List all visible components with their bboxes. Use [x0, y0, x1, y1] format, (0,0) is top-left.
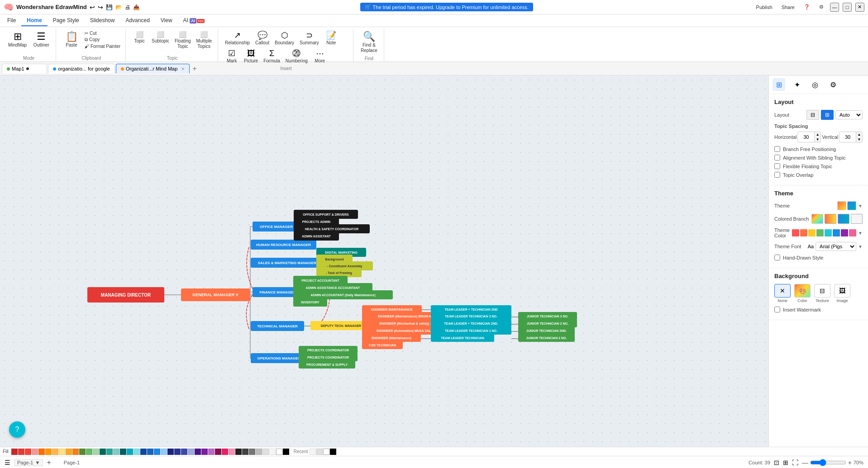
fullscreen-btn[interactable]: ⛶ — [792, 459, 798, 466]
palette-swatch[interactable] — [215, 449, 221, 455]
palette-swatch[interactable] — [59, 449, 65, 455]
palette-swatch[interactable] — [154, 449, 160, 455]
palette-swatch[interactable] — [201, 449, 208, 455]
branch-swatch-2[interactable] — [825, 214, 836, 224]
palette-swatch[interactable] — [276, 449, 282, 455]
tab-map1[interactable]: Map1 — [2, 64, 47, 73]
multiple-topics-btn[interactable]: ⬜ MultipleTopics — [194, 30, 214, 51]
node-office-mgr[interactable]: OFFICE MANAGER — [253, 222, 300, 232]
node-hr-mgr[interactable]: HUMAN RESOURCE MANAGER — [251, 240, 316, 250]
palette-swatch[interactable] — [174, 449, 181, 455]
node-team-tech[interactable]: TEAM LEADER TECHNICIAN — [431, 334, 494, 342]
palette-swatch[interactable] — [242, 449, 248, 455]
publish-btn[interactable]: Publish — [754, 4, 775, 11]
v-up-btn[interactable]: ▲ — [856, 132, 862, 137]
vertical-spinner[interactable]: ▲ ▼ — [839, 132, 863, 142]
boundary-btn[interactable]: ⬡ Boundary — [272, 30, 296, 47]
palette-swatch[interactable] — [38, 449, 45, 455]
zoom-out-btn[interactable]: — — [802, 459, 808, 466]
branch-swatch-3[interactable] — [838, 214, 849, 224]
node-admin-asst[interactable]: ADMIN ASSISTANT — [294, 232, 339, 241]
node-sales-mgr[interactable]: SALES & MARKETING MANAGER V — [251, 258, 327, 268]
tab-home[interactable]: Home — [21, 15, 47, 26]
palette-swatch[interactable] — [79, 449, 86, 455]
bg-texture[interactable]: ⊟ Texture — [814, 284, 830, 303]
paste-btn[interactable]: 📋 Paste — [61, 30, 82, 50]
palette-swatch[interactable] — [222, 449, 228, 455]
swatch-yellow[interactable] — [808, 229, 816, 236]
hand-drawn-checkbox[interactable] — [774, 255, 780, 260]
help-btn[interactable]: ❓ — [801, 3, 813, 11]
palette-swatch[interactable] — [120, 449, 126, 455]
node-junior-2c[interactable]: JUNIOR TECHNCIAN 2 NO. — [518, 334, 575, 342]
quick-save-btn[interactable]: 💾 — [106, 4, 113, 10]
swatch-cyan[interactable] — [825, 229, 832, 236]
palette-swatch[interactable] — [283, 449, 289, 455]
palette-swatch[interactable] — [140, 449, 147, 455]
layout-btn-grid[interactable]: ⊟ — [806, 110, 819, 120]
h-down-btn[interactable]: ▼ — [814, 137, 820, 142]
share-btn[interactable]: Share — [779, 4, 797, 11]
fit-view-btn[interactable]: ⊡ — [774, 459, 779, 466]
layout-btn-left[interactable]: ⊞ — [821, 110, 834, 120]
theme-preset-btn2[interactable] — [847, 201, 856, 210]
tab-file[interactable]: File — [2, 15, 21, 26]
formula-btn[interactable]: Σ Formula — [261, 48, 282, 65]
subtopic-btn[interactable]: ⬜ Subtopic — [149, 30, 172, 45]
trial-banner[interactable]: 🛒 The trial period has expired. Upgrade … — [360, 3, 533, 11]
palette-swatch[interactable] — [249, 449, 255, 455]
recent-swatch[interactable] — [310, 449, 316, 455]
more-btn[interactable]: ⋯ More — [311, 48, 329, 65]
branch-swatch-4[interactable] — [851, 214, 863, 224]
topic-overlap-checkbox[interactable] — [774, 172, 780, 178]
settings-btn[interactable]: ⚙ — [816, 3, 826, 11]
node-managing[interactable]: MANAGING DIRECTOR — [87, 287, 164, 303]
node-inventory[interactable]: INVENTORY — [293, 298, 327, 307]
tab-org-mindmap[interactable]: Organizati...r Mind Map ✕ — [116, 64, 190, 73]
node-tech-mgr[interactable]: TECHNICAL MANAGER — [251, 321, 304, 331]
node-general[interactable]: GENERAL MANAGER V — [181, 288, 250, 301]
find-replace-btn[interactable]: 🔍 Find &Replace — [358, 30, 380, 55]
palette-swatch[interactable] — [167, 449, 174, 455]
minimize-btn[interactable]: — — [830, 3, 839, 12]
palette-swatch[interactable] — [66, 449, 72, 455]
palette-swatch[interactable] — [269, 449, 276, 455]
layout-dropdown[interactable]: Auto — [835, 110, 863, 119]
recent-swatch[interactable] — [316, 449, 323, 455]
toggle-sidebar-btn[interactable]: ☰ — [5, 459, 10, 466]
bg-color[interactable]: 🎨 Color — [794, 284, 811, 303]
palette-swatch[interactable] — [147, 449, 153, 455]
redo-btn[interactable]: ↪ — [98, 4, 103, 11]
canvas[interactable]: MANAGING DIRECTOR GENERAL MANAGER V OFFI… — [0, 76, 768, 447]
panel-layout-icon[interactable]: ⊞ — [773, 78, 785, 91]
h-up-btn[interactable]: ▲ — [814, 132, 820, 137]
watermark-checkbox[interactable] — [774, 307, 780, 312]
recent-swatch[interactable] — [330, 449, 336, 455]
palette-swatch[interactable] — [134, 449, 140, 455]
format-painter-btn[interactable]: 🖌 Format Painter — [83, 43, 122, 49]
export-btn[interactable]: 📤 — [133, 4, 140, 10]
palette-swatch[interactable] — [11, 449, 18, 455]
close-btn[interactable]: ✕ — [855, 3, 864, 12]
node-procurement[interactable]: PROCUREMENT & SUPPLY — [299, 360, 355, 369]
zoom-slider[interactable] — [810, 459, 846, 466]
panel-navigation-icon[interactable]: ◎ — [809, 78, 821, 91]
v-down-btn[interactable]: ▼ — [856, 137, 862, 142]
recent-swatch[interactable] — [323, 449, 329, 455]
callout-btn[interactable]: 💬 Callout — [253, 30, 272, 47]
swatch-red[interactable] — [792, 229, 799, 236]
palette-swatch[interactable] — [181, 449, 187, 455]
bg-none[interactable]: ✕ None — [774, 284, 791, 303]
panel-style-icon[interactable]: ✦ — [791, 78, 803, 91]
tab-ai[interactable]: AI AIHot — [178, 15, 210, 26]
topic-btn[interactable]: ⬜ Topic — [130, 30, 148, 45]
tab-advanced[interactable]: Advanced — [120, 15, 155, 26]
palette-swatch[interactable] — [100, 449, 106, 455]
vertical-input[interactable] — [839, 132, 856, 142]
tab-slideshow[interactable]: Slideshow — [85, 15, 120, 26]
palette-swatch[interactable] — [229, 449, 235, 455]
horizontal-spinner[interactable]: ▲ ▼ — [797, 132, 821, 142]
zoom-in-btn[interactable]: + — [848, 459, 852, 466]
mark-btn[interactable]: ☑ Mark — [223, 48, 241, 65]
palette-swatch[interactable] — [195, 449, 201, 455]
